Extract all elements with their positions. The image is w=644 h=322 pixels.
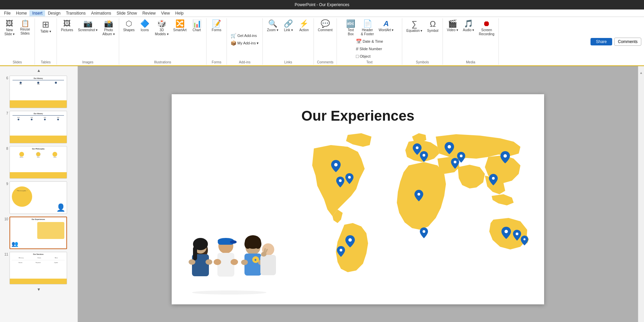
symbols-group-label: Symbols	[416, 60, 429, 64]
svg-point-8	[423, 230, 425, 233]
equation-button[interactable]: ∑ Equation ▾	[404, 19, 424, 34]
action-button[interactable]: ⚡ Action	[297, 19, 312, 33]
menu-file[interactable]: File	[1, 10, 13, 16]
ribbon-symbols-items: ∑ Equation ▾ Ω Symbol	[404, 19, 441, 60]
reuse-slides-icon: 📋	[21, 20, 29, 27]
comment-button[interactable]: 💬 Comment	[316, 19, 335, 33]
slide-thumb-10[interactable]: 10 Our Experiences 👥	[1, 216, 76, 250]
reuse-slides-button[interactable]: 📋 ReuseSlides	[18, 19, 33, 37]
text-box-button[interactable]: 🔤 TextBox	[343, 19, 358, 37]
pictures-icon: 🖼	[63, 20, 71, 27]
slide-thumb-7[interactable]: 7 Our History 2013 2018 2022 2030	[1, 110, 76, 144]
svg-point-5	[416, 146, 418, 149]
menu-home[interactable]: Home	[13, 10, 29, 16]
smartart-icon: 🔀	[175, 20, 185, 27]
svg-rect-32	[244, 254, 261, 276]
world-map-container	[304, 128, 534, 274]
chart-label: Chart	[193, 28, 201, 32]
scroll-up-button[interactable]: ▲	[1, 67, 76, 74]
menu-review[interactable]: Review	[139, 10, 158, 16]
svg-point-26	[214, 259, 221, 265]
text-box-label: TextBox	[348, 28, 354, 36]
object-label: Object	[360, 54, 370, 58]
shapes-button[interactable]: ⬡ Shapes	[121, 19, 137, 33]
my-add-ins-button[interactable]: 📦 My Add-ins ▾	[229, 40, 260, 46]
smartart-button[interactable]: 🔀 SmartArt	[171, 19, 189, 33]
pin-af-2	[420, 227, 428, 238]
slide-number-label: Slide Number	[360, 47, 382, 51]
ribbon-group-media: 🎬 Video ▾ 🎵 Audio ▾ ⏺ ScreenRecording Me…	[443, 18, 499, 65]
slide-canvas[interactable]: Our Experiences	[172, 94, 544, 304]
symbol-icon: Ω	[430, 20, 436, 28]
icons-button[interactable]: 🔷 Icons	[137, 19, 152, 33]
ribbon-group-forms: 📝 Forms Forms	[207, 18, 227, 65]
photo-album-button[interactable]: 📸 PhotoAlbum ▾	[101, 19, 117, 37]
video-button[interactable]: 🎬 Video ▾	[445, 19, 460, 33]
slide-number-button[interactable]: # Slide Number	[354, 45, 385, 52]
svg-rect-25	[217, 253, 234, 277]
svg-point-1	[348, 176, 351, 179]
menu-bar: File Home Insert Design Transitions Anim…	[0, 9, 644, 17]
slide-thumb-11[interactable]: 11 Our Services MercuryVenusMars SaturnN…	[1, 251, 76, 285]
get-add-ins-button[interactable]: 🛒 Get Add-ins	[229, 32, 258, 39]
svg-point-9	[448, 145, 451, 148]
symbol-button[interactable]: Ω Symbol	[425, 19, 440, 34]
audio-button[interactable]: 🎵 Audio ▾	[461, 19, 476, 33]
menu-transitions[interactable]: Transitions	[63, 10, 88, 16]
object-button[interactable]: □ Object	[354, 53, 385, 60]
slide-thumb-6[interactable]: 6 Our History 2015 2016	[1, 75, 76, 109]
ribbon-addins-items: 🛒 Get Add-ins 📦 My Add-ins ▾	[229, 19, 260, 60]
slide-thumb-9[interactable]: 9 "This is a quote..." 👤	[1, 181, 76, 215]
zoom-button[interactable]: 🔍 Zoom ▾	[265, 19, 280, 33]
scroll-down-button[interactable]: ▼	[1, 286, 76, 293]
link-label: Link ▾	[284, 28, 293, 32]
ribbon-illustrations-items: ⬡ Shapes 🔷 Icons 🎲 3DModels ▾ 🔀 SmartArt…	[121, 19, 204, 60]
screenshot-button[interactable]: 📷 Screenshot ▾	[76, 19, 100, 33]
action-icon: ⚡	[299, 20, 308, 27]
svg-rect-41	[260, 255, 276, 275]
menu-design[interactable]: Design	[45, 10, 63, 16]
screenshot-icon: 📷	[83, 20, 92, 27]
chart-button[interactable]: 📊 Chart	[189, 19, 204, 33]
menu-view[interactable]: View	[158, 10, 173, 16]
comments-group-label: Comments	[317, 60, 333, 64]
svg-point-2	[339, 179, 342, 182]
slide-thumb-8[interactable]: 8 Our Philosophy Mission Vision Values	[1, 145, 76, 179]
wordart-label: WordArt ▾	[379, 28, 393, 32]
my-add-ins-icon: 📦	[231, 40, 236, 46]
svg-point-16	[523, 238, 525, 240]
menu-insert[interactable]: Insert	[29, 10, 45, 16]
menu-slideshow[interactable]: Slide Show	[114, 10, 139, 16]
wordart-icon: A	[383, 20, 389, 27]
zoom-label: Zoom ▾	[267, 28, 278, 32]
new-slide-button[interactable]: 🖼 NewSlide ▾	[2, 19, 17, 37]
audio-icon: 🎵	[464, 20, 473, 27]
pictures-button[interactable]: 🖼 Pictures	[59, 19, 75, 33]
slide-title: Our Experiences	[172, 94, 544, 124]
slide-num-10: 10	[2, 217, 8, 221]
header-footer-button[interactable]: 📄 Header& Footer	[359, 19, 376, 37]
comments-button[interactable]: Comments	[614, 38, 641, 46]
menu-animations[interactable]: Animations	[88, 10, 114, 16]
equation-label: Equation ▾	[406, 29, 422, 33]
tables-group-label: Tables	[41, 60, 51, 64]
forms-button[interactable]: 📝 Forms	[209, 19, 224, 33]
link-button[interactable]: 🔗 Link ▾	[281, 19, 296, 33]
illustrations-group-label: Illustrations	[154, 60, 171, 64]
3d-models-button[interactable]: 🎲 3DModels ▾	[153, 19, 171, 37]
screen-recording-button[interactable]: ⏺ ScreenRecording	[477, 19, 496, 37]
app-title: PowerPoint - Our Experiences	[295, 2, 349, 7]
date-time-button[interactable]: 📅 Date & Time	[354, 38, 385, 45]
forms-group-label: Forms	[212, 60, 221, 64]
share-button[interactable]: Share	[591, 38, 612, 45]
slide-panel: ▲ 6 Our History 2015 2016 7 Our History	[0, 66, 78, 322]
people-svg: ★	[182, 230, 277, 298]
menu-help[interactable]: Help	[173, 10, 187, 16]
slide-num-8: 8	[2, 146, 8, 150]
wordart-button[interactable]: A WordArt ▾	[377, 19, 395, 33]
ribbon-comments-items: 💬 Comment	[316, 19, 335, 60]
title-bar: PowerPoint - Our Experiences	[0, 0, 644, 9]
table-button[interactable]: ⊞ Table ▾	[37, 19, 55, 35]
svg-point-13	[492, 177, 495, 180]
ribbon-group-comments: 💬 Comment Comments	[314, 18, 337, 65]
